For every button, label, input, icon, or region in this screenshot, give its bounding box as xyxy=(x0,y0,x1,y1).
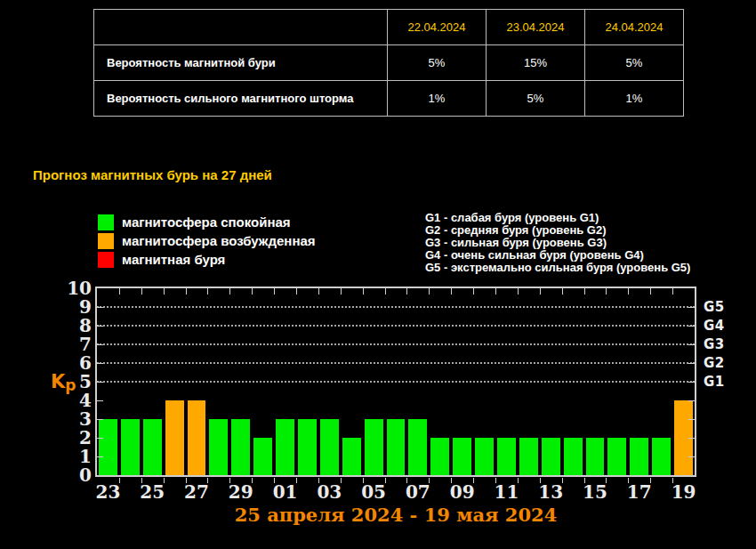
probability-cell: 15% xyxy=(487,45,585,81)
y-axis-label-3: 3 xyxy=(36,409,92,429)
top-tick xyxy=(584,288,585,295)
storm-probability-table: 22.04.2024 23.04.2024 24.04.2024 Вероятн… xyxy=(93,9,684,117)
kp-bar-15 xyxy=(586,438,605,475)
kp-bar-02 xyxy=(298,419,317,475)
x-axis-label-07: 07 xyxy=(400,481,436,503)
right-tick xyxy=(688,382,695,383)
y-axis-label-6: 6 xyxy=(36,353,92,373)
g-level-line-g3: G3 - сильная буря (уровень G3) xyxy=(425,237,690,249)
legend-label-quiet: магнитосфера спокойная xyxy=(122,214,291,230)
table-header-date-1: 22.04.2024 xyxy=(388,10,487,45)
y-axis-label-4: 4 xyxy=(36,391,92,410)
y-axis-label-5: 5 xyxy=(36,372,92,392)
legend-swatch-excited-icon xyxy=(98,233,114,249)
y-axis-label-2: 2 xyxy=(36,428,92,448)
gridline-level-8 xyxy=(97,325,695,327)
x-axis-label-17: 17 xyxy=(622,481,657,503)
probability-cell: 1% xyxy=(388,81,487,117)
probability-cell: 5% xyxy=(388,45,487,81)
gridline-level-6 xyxy=(97,362,695,364)
y-axis-label-9: 9 xyxy=(36,297,92,317)
left-tick xyxy=(97,326,103,327)
right-axis-g-labels: G1G2G3G4G5 xyxy=(704,287,748,477)
top-tick xyxy=(141,288,142,295)
kp-bar-25 xyxy=(143,419,162,475)
x-axis-labels: 2325272901030507091113151719 xyxy=(97,481,695,503)
top-tick xyxy=(429,288,430,295)
table-header-date-3: 24.04.2024 xyxy=(585,10,684,45)
legend-swatch-quiet-icon xyxy=(98,214,114,230)
kp-bar-03 xyxy=(320,419,339,475)
top-tick xyxy=(495,288,496,295)
top-tick xyxy=(385,288,386,295)
right-axis-label-g3: G3 xyxy=(704,336,725,352)
row-label-storm-probability: Вероятность магнитной бури xyxy=(94,45,388,81)
table-header-empty-cell xyxy=(94,10,388,45)
kp-bar-16 xyxy=(607,438,626,475)
top-tick xyxy=(650,288,651,295)
x-axis-label-01: 01 xyxy=(268,481,303,503)
top-tick xyxy=(406,288,407,295)
g-level-line-g4: G4 - очень сильная буря (уровень G4) xyxy=(425,249,690,262)
x-axis-label-27: 27 xyxy=(179,481,214,503)
kp-forecast-plot-area xyxy=(95,287,696,477)
right-axis-label-g5: G5 xyxy=(704,299,725,315)
legend-item-quiet: магнитосфера спокойная xyxy=(98,213,316,231)
legend-label-excited: магнитосфера возбужденная xyxy=(122,233,316,248)
top-tick xyxy=(518,288,519,295)
kp-bar-12 xyxy=(519,438,538,475)
y-axis-labels: 012345678910 xyxy=(36,287,92,477)
left-tick xyxy=(97,363,103,364)
top-tick xyxy=(164,288,165,295)
kp-bar-23 xyxy=(99,419,117,475)
top-tick xyxy=(562,288,563,295)
legend-swatch-storm-icon xyxy=(98,252,114,268)
kp-bar-17 xyxy=(630,438,648,475)
y-axis-label-10: 10 xyxy=(36,279,92,298)
kp-bar-01 xyxy=(276,419,294,475)
top-tick xyxy=(296,288,297,295)
left-tick xyxy=(97,400,103,401)
kp-bar-28 xyxy=(209,419,228,475)
top-tick xyxy=(229,288,230,295)
left-tick xyxy=(97,382,103,383)
top-tick xyxy=(274,288,275,295)
gridline-level-5 xyxy=(97,381,695,383)
top-tick xyxy=(318,288,319,295)
legend-label-storm: магнитная буря xyxy=(122,252,225,267)
left-tick xyxy=(97,419,103,420)
kp-bar-08 xyxy=(430,438,449,475)
kp-bar-10 xyxy=(475,438,494,475)
kp-bar-24 xyxy=(121,419,140,475)
kp-bar-09 xyxy=(453,438,471,475)
right-tick xyxy=(688,326,695,327)
top-tick xyxy=(119,288,120,295)
top-tick xyxy=(540,288,541,295)
right-tick xyxy=(688,307,695,308)
right-tick xyxy=(688,438,695,439)
left-tick xyxy=(97,307,103,308)
page: 22.04.2024 23.04.2024 24.04.2024 Вероятн… xyxy=(0,0,756,549)
right-tick xyxy=(688,419,695,420)
right-tick xyxy=(688,400,695,401)
top-tick xyxy=(341,288,342,295)
gridline-level-7 xyxy=(97,343,695,345)
g-level-descriptions: G1 - слабая буря (уровень G1) G2 - средн… xyxy=(425,212,690,274)
y-axis-label-8: 8 xyxy=(36,316,92,335)
kp-bar-29 xyxy=(231,419,250,475)
kp-bar-06 xyxy=(387,419,406,475)
x-axis-label-11: 11 xyxy=(488,481,524,503)
y-axis-label-0: 0 xyxy=(36,465,92,485)
top-tick xyxy=(363,288,364,295)
right-axis-label-g2: G2 xyxy=(704,355,725,371)
probability-cell: 5% xyxy=(585,45,684,81)
kp-bar-14 xyxy=(564,438,583,475)
right-tick xyxy=(688,363,695,364)
top-tick xyxy=(451,288,452,295)
table-header-row: 22.04.2024 23.04.2024 24.04.2024 xyxy=(94,10,684,45)
kp-bar-04 xyxy=(342,438,361,475)
y-axis-label-1: 1 xyxy=(36,447,92,466)
g-level-line-g2: G2 - средняя буря (уровень G2) xyxy=(425,224,690,237)
x-axis-label-23: 23 xyxy=(90,481,125,503)
x-axis-label-25: 25 xyxy=(134,481,170,503)
